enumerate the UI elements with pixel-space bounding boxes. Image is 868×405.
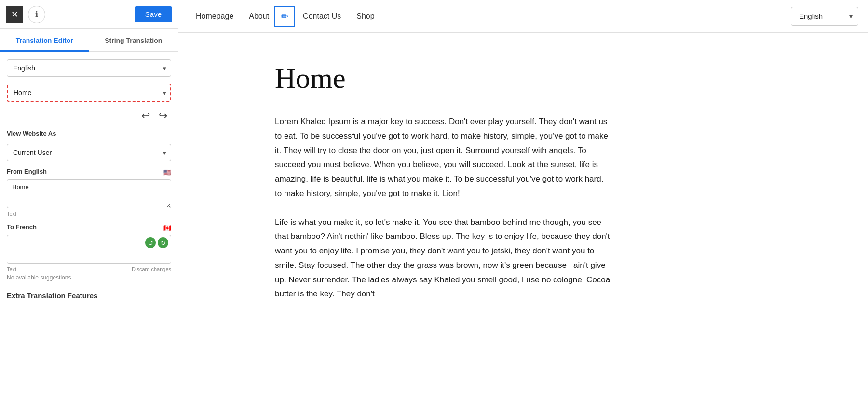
view-website-as-section: View Website As Current User Guest Logge…: [7, 130, 171, 161]
to-french-type-hint: Text: [7, 266, 16, 272]
ca-flag-icon: 🇨🇦: [163, 224, 171, 232]
from-english-label-row: From English 🇺🇸: [7, 168, 171, 177]
tab-string-translation[interactable]: String Translation: [89, 29, 178, 52]
suggestions-text: No available suggestions: [7, 274, 171, 281]
to-french-section: To French 🇨🇦 ↺ ↻ Text Discard changes No…: [7, 223, 171, 281]
body-paragraph-1: Lorem Khaled Ipsum is a major key to suc…: [275, 114, 612, 201]
top-lang-dropdown-wrapper: English French Spanish: [791, 7, 858, 26]
main-content: Home Lorem Khaled Ipsum is a major key t…: [178, 33, 868, 405]
close-button[interactable]: ✕: [6, 6, 23, 23]
nav-link-contact-us[interactable]: Contact Us: [295, 8, 349, 25]
to-french-textarea-wrapper: ↺ ↻: [7, 235, 171, 265]
view-as-select-wrapper: Current User Guest Logged In User: [7, 144, 171, 161]
discard-changes-link[interactable]: Discard changes: [132, 266, 171, 272]
from-english-footer: Text: [7, 211, 171, 217]
body-paragraph-2: Life is what you make it, so let's make …: [275, 215, 612, 302]
nav-back-button[interactable]: ↩: [139, 109, 152, 123]
nav-links: Homepage About ✏ Contact Us Shop: [188, 6, 791, 27]
from-english-section: From English 🇺🇸 Text: [7, 168, 171, 217]
edit-icon-button[interactable]: ✏: [274, 6, 295, 27]
tab-translation-editor[interactable]: Translation Editor: [0, 29, 89, 52]
top-nav: Homepage About ✏ Contact Us Shop English…: [178, 0, 868, 33]
info-button[interactable]: ℹ: [28, 6, 45, 23]
page-heading: Home: [275, 62, 829, 95]
view-as-select[interactable]: Current User Guest Logged In User: [7, 144, 171, 161]
language-select[interactable]: English French Spanish German: [7, 59, 171, 77]
pencil-icon: ✏: [281, 11, 289, 22]
from-english-textarea[interactable]: [7, 179, 171, 208]
save-button[interactable]: Save: [135, 6, 172, 22]
translate-icon[interactable]: ↻: [158, 237, 168, 248]
to-french-footer: Text Discard changes: [7, 266, 171, 272]
nav-arrows: ↩ ↪: [7, 109, 171, 123]
nav-link-homepage[interactable]: Homepage: [188, 8, 241, 25]
extra-translation-label: Extra Translation Features: [7, 288, 171, 300]
to-french-label-row: To French 🇨🇦: [7, 223, 171, 233]
page-select[interactable]: Home About Contact Us Shop: [7, 84, 171, 102]
sidebar-tabs: Translation Editor String Translation: [0, 29, 178, 52]
refresh-icon[interactable]: ↺: [145, 237, 156, 248]
to-french-label: To French: [7, 223, 37, 231]
us-flag-icon: 🇺🇸: [163, 169, 171, 176]
nav-forward-button[interactable]: ↪: [157, 109, 169, 123]
view-website-as-label: View Website As: [7, 130, 171, 137]
nav-link-about[interactable]: About: [241, 8, 277, 25]
main-area: Homepage About ✏ Contact Us Shop English…: [178, 0, 868, 405]
language-select-wrapper: English French Spanish German: [7, 59, 171, 77]
page-select-wrapper: Home About Contact Us Shop: [7, 84, 171, 102]
nav-link-shop[interactable]: Shop: [349, 8, 382, 25]
top-lang-select[interactable]: English French Spanish: [791, 7, 858, 26]
from-english-label: From English: [7, 168, 47, 175]
sidebar: ✕ ℹ Save Translation Editor String Trans…: [0, 0, 178, 405]
textarea-action-icons: ↺ ↻: [145, 237, 168, 248]
sidebar-content: English French Spanish German Home About…: [0, 52, 178, 405]
from-english-type-hint: Text: [7, 211, 16, 217]
sidebar-topbar: ✕ ℹ Save: [0, 0, 178, 29]
